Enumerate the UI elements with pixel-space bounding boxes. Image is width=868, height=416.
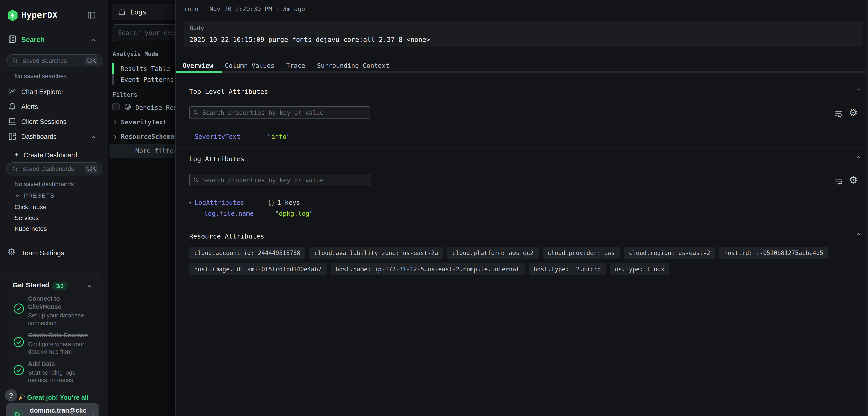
tab-trace[interactable]: Trace [280, 61, 311, 70]
quote: " [309, 210, 313, 217]
quote: " [275, 210, 279, 217]
get-started-item[interactable]: Create Data Sources Configure where your… [28, 331, 96, 356]
chart-explorer-icon [7, 87, 17, 96]
attribute-tree-root[interactable]: LogAttributes [195, 199, 244, 206]
user-card[interactable]: D dominic.tran@clic... dominic.tran@clic… [6, 403, 98, 416]
source-select-label: Logs [130, 8, 147, 16]
preset-services[interactable]: Services [14, 214, 39, 221]
keys-count: 1 keys [277, 199, 300, 206]
wrap-lines-icon[interactable] [834, 109, 843, 118]
value-text: dpkg.log [279, 210, 309, 217]
resource-tag[interactable]: host.image.id: ami-0f5fcdfbd140e4ab7 [189, 263, 327, 275]
divider [176, 224, 868, 224]
get-started-item[interactable]: Add Data Start sending logs, metrics, or… [28, 360, 96, 384]
saved-searches-input[interactable] [22, 57, 85, 65]
sidebar-item-dashboards[interactable]: Dashboards [21, 133, 57, 140]
help-button[interactable]: ? [5, 389, 17, 402]
get-started-item-title: Add Data [28, 360, 96, 368]
brand-title: HyperDX [21, 10, 57, 20]
saved-dashboards-input[interactable] [22, 165, 85, 173]
detail-tabs: Overview Column Values Trace Surrounding… [177, 61, 395, 70]
attribute-value[interactable]: "dpkg.log" [275, 210, 313, 217]
tab-column-values[interactable]: Column Values [219, 61, 280, 70]
resource-tag[interactable]: cloud.region: us-east-2 [624, 247, 715, 259]
wrap-lines-icon[interactable] [834, 176, 843, 186]
dashboards-collapse-chevron-icon[interactable] [90, 134, 97, 141]
section-title-top-level-attributes: Top Level Attributes [189, 88, 268, 95]
get-started-item-desc: Set up your database connection [28, 312, 94, 327]
user-name: dominic.tran@clic... [30, 407, 86, 414]
tree-caret-icon[interactable]: ▾ [189, 200, 192, 206]
client-sessions-laptop-icon [7, 117, 17, 126]
create-dashboard-button[interactable]: Create Dashboard [24, 151, 77, 159]
resource-tag[interactable]: os.type: linux [610, 263, 669, 275]
braces: {} [268, 199, 275, 206]
hyperdx-logo-icon [7, 9, 19, 22]
search-icon [12, 166, 19, 172]
chevron-right-icon[interactable] [112, 119, 119, 126]
log-attributes-search-box[interactable] [189, 174, 370, 186]
sidebar-item-search[interactable]: Search [21, 36, 44, 44]
sidebar-item-chart-explorer[interactable]: Chart Explorer [21, 88, 64, 96]
settings-gear-icon[interactable]: ⚙ [849, 108, 858, 118]
filter-group-severitytext[interactable]: SeverityText [121, 118, 166, 126]
analysis-mode-label: Analysis Mode [113, 51, 159, 57]
presets-chevron-down-icon[interactable] [14, 192, 21, 199]
resource-tag[interactable]: cloud.provider: aws [543, 247, 620, 259]
section-collapse-chevron-icon[interactable] [855, 86, 862, 93]
celebration-text: Great job! You're all [27, 394, 89, 401]
scrollbar-track[interactable] [866, 0, 868, 416]
attribute-tree-meta: {} 1 keys [268, 199, 300, 206]
mode-results-table[interactable]: Results Table [121, 65, 170, 72]
resource-tag[interactable]: host.name: ip-172-31-12-5.us-east-2.comp… [331, 263, 525, 275]
chevron-right-icon[interactable] [112, 133, 119, 140]
presets-label[interactable]: PRESETS [24, 192, 55, 199]
resource-tag[interactable]: host.id: i-0510b81275acbe4d5 [719, 247, 828, 259]
active-mode-indicator [112, 63, 114, 74]
resource-tag[interactable]: host.type: t2.micro [529, 263, 606, 275]
get-started-card: Get Started 3/3 Connect to ClickHouse Se… [6, 273, 99, 408]
check-circle-icon [13, 364, 25, 376]
attribute-value[interactable]: "info" [268, 133, 290, 140]
resource-tag[interactable]: cloud.availability_zone: us-east-2a [309, 247, 443, 259]
attribute-key[interactable]: log.file.name [204, 210, 254, 217]
saved-searches-search[interactable]: ⌘K [6, 54, 102, 67]
check-circle-icon [13, 302, 25, 315]
section-collapse-chevron-icon[interactable] [855, 231, 862, 238]
section-title-log-attributes: Log Attributes [189, 155, 244, 163]
tab-overview[interactable]: Overview [177, 61, 219, 70]
collapse-sidebar-icon[interactable] [87, 10, 96, 20]
saved-dashboards-search[interactable]: ⌘K [6, 162, 102, 175]
settings-gear-icon[interactable]: ⚙ [849, 175, 858, 185]
top-level-search-box[interactable] [189, 106, 370, 119]
gear-icon: ⚙ [7, 247, 16, 257]
team-settings-button[interactable]: Team Settings [21, 249, 64, 257]
get-started-item[interactable]: Connect to ClickHouse Set up your databa… [28, 295, 94, 327]
check-circle-icon [13, 336, 25, 348]
preset-clickhouse[interactable]: ClickHouse [14, 204, 46, 211]
divider [0, 145, 108, 145]
resource-tag[interactable]: cloud.platform: aws_ec2 [447, 247, 538, 259]
sidebar-item-alerts[interactable]: Alerts [21, 103, 38, 111]
section-collapse-chevron-icon[interactable] [855, 154, 862, 160]
shortcut-badge: ⌘K [85, 57, 98, 65]
resource-tag[interactable]: cloud.account.id: 244449518788 [189, 247, 305, 259]
search-collapse-chevron-icon[interactable] [90, 37, 97, 43]
log-attributes-search-input[interactable] [202, 176, 366, 184]
mode-event-patterns[interactable]: Event Patterns [121, 76, 174, 83]
sidebar-item-client-sessions[interactable]: Client Sessions [21, 118, 66, 125]
inactive-mode-indicator [112, 74, 114, 85]
get-started-item-desc: Start sending logs, metrics, or traces [28, 369, 96, 384]
get-started-item-title: Connect to ClickHouse [28, 295, 94, 311]
avatar: D [11, 408, 24, 416]
get-started-badge: 3/3 [53, 282, 67, 290]
tab-surrounding-context[interactable]: Surrounding Context [311, 61, 395, 70]
denoise-checkbox[interactable] [112, 103, 120, 110]
divider [176, 148, 868, 149]
no-saved-dashboards-text: No saved dashboards [14, 181, 74, 188]
value-text: info [271, 133, 286, 140]
preset-kubernetes[interactable]: Kubernetes [14, 225, 47, 232]
attribute-key[interactable]: SeverityText [195, 133, 240, 140]
top-level-search-input[interactable] [202, 109, 366, 116]
get-started-collapse-chevron-icon[interactable] [86, 283, 93, 289]
